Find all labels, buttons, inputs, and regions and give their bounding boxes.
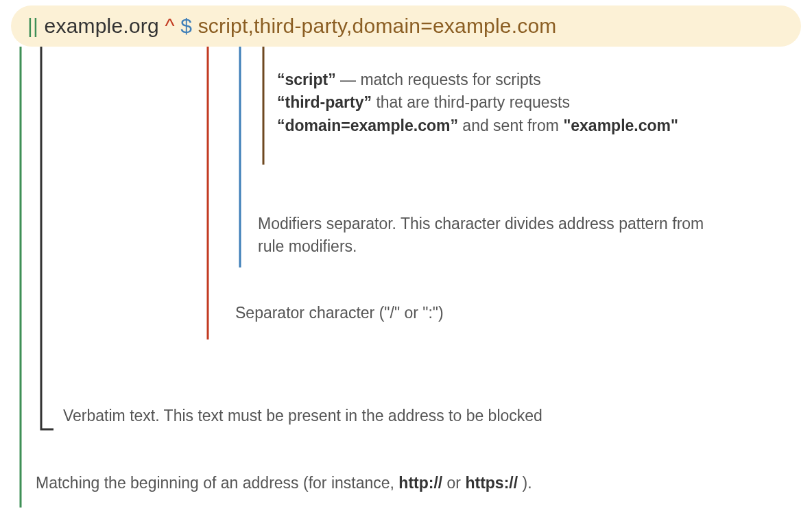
token-domaintext: example.org (45, 5, 159, 47)
diagram-stage: || example.org ^ $ script,third-party,do… (0, 0, 812, 513)
token-caret: ^ (165, 5, 174, 47)
desc-dollar: Modifiers separator. This character divi… (258, 213, 710, 259)
space (159, 5, 165, 47)
text: Matching the beginning of an address (fo… (36, 474, 398, 492)
text: and sent from (458, 117, 563, 134)
desc-modifier-domain: “domain=example.com” and sent from "exam… (277, 115, 757, 137)
desc-caret: Separator character ("/" or ":") (235, 302, 715, 324)
rule-pill: || example.org ^ $ script,third-party,do… (11, 5, 801, 47)
bold-https: https:// (465, 474, 518, 492)
bold-http: http:// (398, 474, 442, 492)
space (175, 5, 181, 47)
quote-thirdparty: “third-party” (277, 93, 372, 111)
space (192, 5, 198, 47)
token-dollar: $ (180, 5, 192, 47)
dash: — (336, 71, 361, 88)
desc-modifier-thirdparty: “third-party” that are third-party reque… (277, 91, 757, 114)
desc-pipes: Matching the beginning of an address (fo… (36, 472, 790, 494)
text: that are third-party requests (372, 93, 570, 111)
desc-modifiers: “script” — match requests for scripts “t… (277, 69, 757, 137)
desc-modifier-script: “script” — match requests for scripts (277, 69, 757, 91)
text: ). (518, 474, 532, 492)
token-pipes: || (27, 5, 38, 47)
text: or (442, 474, 465, 492)
quote-script: “script” (277, 71, 336, 88)
quote-domain: “domain=example.com” (277, 117, 458, 134)
text: match requests for scripts (360, 71, 540, 88)
space (38, 5, 45, 47)
token-modifiers: script,third-party,domain=example.com (198, 5, 557, 47)
desc-verbatim: Verbatim text. This text must be present… (63, 405, 749, 427)
bold-domain: "example.com" (563, 117, 678, 134)
